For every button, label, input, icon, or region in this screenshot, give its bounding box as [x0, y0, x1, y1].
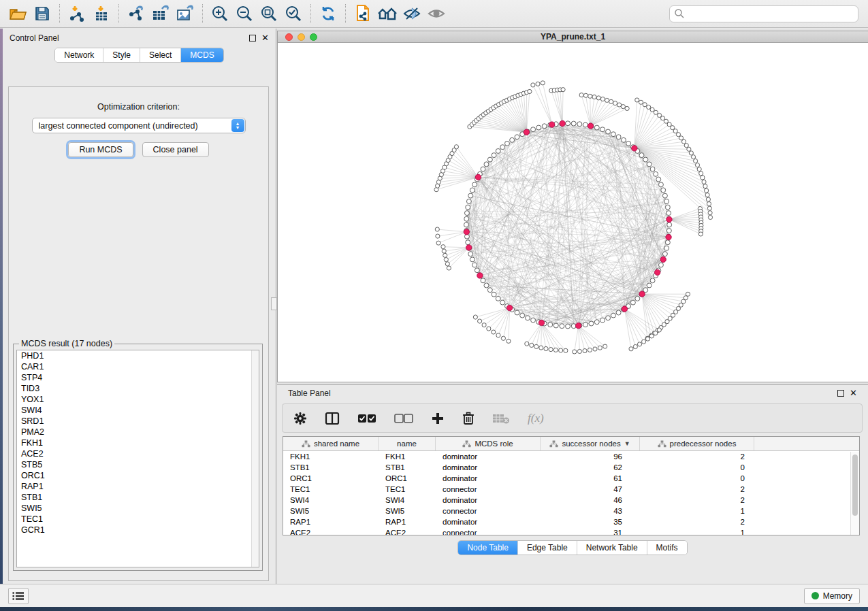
network-canvas[interactable]	[278, 44, 868, 382]
tab-motifs[interactable]: Motifs	[647, 541, 687, 555]
search-field[interactable]	[669, 5, 858, 22]
main-toolbar	[0, 0, 868, 28]
export-table-icon[interactable]	[148, 3, 173, 24]
show-all-icon[interactable]	[424, 3, 449, 24]
table-row[interactable]: TEC1TEC1connector472	[283, 484, 859, 495]
float-table-panel-icon[interactable]	[837, 390, 844, 397]
tab-network[interactable]: Network	[55, 48, 103, 62]
new-network-from-selection-icon[interactable]	[351, 3, 375, 24]
deselect-all-checkboxes-icon[interactable]	[394, 413, 413, 424]
table-panel-title: Table Panel	[288, 389, 331, 398]
column-type-icon	[549, 440, 558, 448]
mcds-result-node[interactable]: ACE2	[17, 448, 259, 459]
export-network-icon[interactable]	[124, 3, 148, 24]
save-session-icon[interactable]	[30, 3, 54, 24]
mcds-result-node[interactable]: SWI5	[17, 503, 259, 514]
desktop-background-strip	[0, 607, 868, 611]
toolbar-separator	[345, 4, 346, 23]
select-all-checkboxes-icon[interactable]	[357, 413, 376, 424]
tab-mcds[interactable]: MCDS	[181, 48, 223, 62]
mcds-result-node[interactable]: SWI4	[17, 405, 259, 416]
table-row[interactable]: STB1STB1dominator620	[283, 462, 859, 473]
table-row[interactable]: SWI4SWI4dominator462	[283, 495, 859, 506]
mcds-result-node[interactable]: STB5	[17, 459, 259, 470]
gear-icon[interactable]	[293, 412, 307, 425]
network-view-window: YPA_prune.txt_1	[277, 31, 868, 382]
result-scrollbar[interactable]	[251, 350, 259, 567]
float-panel-icon[interactable]	[249, 35, 256, 42]
control-panel-tabs: NetworkStyleSelectMCDS	[3, 48, 276, 63]
hide-selected-icon[interactable]	[400, 3, 424, 24]
select-stepper-icon: ▲▼	[231, 119, 244, 132]
column-type-icon	[302, 440, 310, 448]
mcds-result-node[interactable]: YOX1	[17, 394, 259, 405]
mcds-result-node[interactable]: FKH1	[17, 437, 259, 448]
network-window-titlebar[interactable]: YPA_prune.txt_1	[278, 31, 868, 43]
table-panel: Table Panel ✕	[277, 384, 868, 584]
table-panel-header: Table Panel ✕	[277, 385, 868, 401]
close-panel-icon[interactable]: ✕	[261, 35, 269, 42]
mcds-result-list[interactable]: PHD1CAR1STP4TID3YOX1SWI4SRD1PMA2FKH1ACE2…	[16, 350, 259, 567]
table-scrollbar-thumb[interactable]	[852, 455, 858, 516]
first-neighbors-icon[interactable]	[375, 3, 400, 24]
import-table-icon[interactable]	[89, 3, 114, 24]
import-network-icon[interactable]	[65, 3, 89, 24]
table-toolbar: f(x)	[282, 403, 863, 433]
split-columns-icon[interactable]	[325, 412, 340, 425]
table-row[interactable]: ORC1ORC1dominator610	[283, 473, 859, 484]
tab-style[interactable]: Style	[103, 48, 140, 62]
zoom-fit-icon[interactable]	[257, 3, 281, 24]
column-type-icon	[462, 440, 471, 448]
mcds-result-node[interactable]: PHD1	[17, 350, 259, 361]
column-header-shared-name[interactable]: shared name	[283, 437, 379, 450]
task-list-icon	[12, 591, 25, 601]
zoom-out-icon[interactable]	[232, 3, 257, 24]
tab-select[interactable]: Select	[140, 48, 181, 62]
table-scrollbar[interactable]	[850, 452, 859, 535]
tab-network-table[interactable]: Network Table	[577, 541, 647, 555]
tab-edge-table[interactable]: Edge Table	[518, 541, 577, 555]
close-table-panel-icon[interactable]: ✕	[850, 390, 857, 397]
network-workspace: YPA_prune.txt_1 Table Panel ✕	[277, 29, 868, 584]
zoom-selected-icon[interactable]	[281, 3, 306, 24]
table-row[interactable]: FKH1FKH1dominator962	[283, 451, 859, 462]
splitter-handle[interactable]	[271, 297, 277, 310]
node-table[interactable]: shared namenameMCDS rolesuccessor nodes▼…	[283, 436, 860, 535]
tab-node-table[interactable]: Node Table	[458, 541, 518, 555]
close-panel-button[interactable]: Close panel	[142, 142, 209, 157]
zoom-in-icon[interactable]	[208, 3, 232, 24]
mcds-result-node[interactable]: ORC1	[17, 470, 259, 481]
search-input[interactable]	[685, 9, 854, 18]
mcds-result-node[interactable]: PMA2	[17, 427, 259, 437]
mcds-result-node[interactable]: TEC1	[17, 514, 259, 525]
mcds-result-node[interactable]: RAP1	[17, 481, 259, 492]
column-header-name[interactable]: name	[379, 437, 436, 450]
open-file-icon[interactable]	[5, 3, 30, 24]
task-history-button[interactable]	[8, 588, 29, 604]
table-row[interactable]: RAP1RAP1dominator352	[283, 516, 859, 527]
search-icon	[674, 8, 685, 19]
column-header-predecessor-nodes[interactable]: predecessor nodes	[640, 437, 754, 450]
column-header-successor-nodes[interactable]: successor nodes▼	[541, 437, 640, 450]
mcds-result-node[interactable]: STB1	[17, 492, 259, 503]
column-header-MCDS-role[interactable]: MCDS role	[436, 437, 541, 450]
add-column-icon[interactable]	[431, 412, 445, 425]
toolbar-separator	[202, 4, 203, 23]
export-image-icon[interactable]	[173, 3, 197, 24]
refresh-view-icon[interactable]	[316, 3, 340, 24]
mcds-result-node[interactable]: TID3	[17, 383, 259, 394]
memory-status-icon	[811, 592, 819, 599]
table-row[interactable]: ACE2ACE2connector311	[283, 527, 859, 535]
optimization-criterion-select[interactable]: largest connected component (undirected)…	[32, 118, 246, 133]
mcds-result-node[interactable]: CAR1	[17, 361, 259, 372]
toolbar-separator	[310, 4, 311, 23]
table-tabs: Node TableEdge TableNetwork TableMotifs	[277, 540, 868, 555]
mcds-result-node[interactable]: STP4	[17, 372, 259, 383]
delete-column-icon[interactable]	[462, 412, 475, 425]
run-mcds-button[interactable]: Run MCDS	[68, 142, 133, 157]
control-panel-header: Control Panel ✕	[3, 29, 276, 48]
memory-button[interactable]: Memory	[804, 588, 860, 604]
table-row[interactable]: SWI5SWI5connector431	[283, 506, 859, 516]
mcds-result-node[interactable]: GCR1	[17, 525, 259, 535]
mcds-result-node[interactable]: SRD1	[17, 416, 259, 427]
